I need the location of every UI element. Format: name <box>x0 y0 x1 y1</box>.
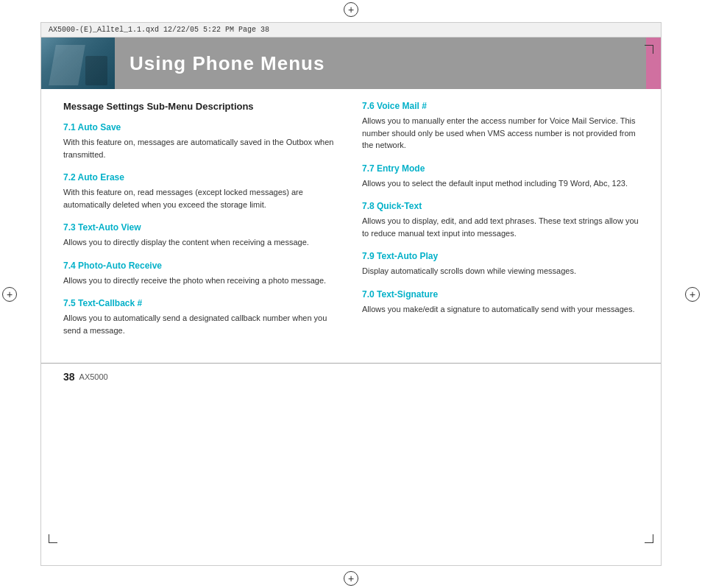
footer-page-number: 38 <box>63 371 75 383</box>
menu-section-body-7-4: Allows you to directly receive the photo… <box>63 274 340 287</box>
main-title: Message Settings Sub-Menu Descriptions <box>63 101 340 112</box>
header-title-bar: Using Phone Menus <box>115 38 646 89</box>
menu-section-title-7-5: 7.5 Text-Callback # <box>63 298 340 308</box>
menu-section-7-4: 7.4 Photo-Auto ReceiveAllows you to dire… <box>63 261 340 287</box>
reg-mark-right <box>685 287 700 302</box>
reg-mark-top <box>344 2 358 17</box>
menu-section-title-7-3: 7.3 Text-Auto View <box>63 222 340 233</box>
right-col-items: 7.6 Voice Mail #Allows you to manually e… <box>362 101 639 315</box>
footer: 38 AX5000 <box>41 363 661 390</box>
menu-section-title-7-2: 7.2 Auto Erase <box>63 172 340 183</box>
menu-section-body-7-9: Display automatically scrolls down while… <box>362 265 639 277</box>
menu-section-body-7-8: Allows you to display, edit, and add tex… <box>362 215 639 239</box>
reg-mark-left <box>2 287 17 302</box>
header-title: Using Phone Menus <box>130 52 325 75</box>
right-column: 7.6 Voice Mail #Allows you to manually e… <box>362 101 639 348</box>
corner-mark-top-right <box>645 45 653 54</box>
menu-section-body-7-5: Allows you to automatically send a desig… <box>63 312 340 336</box>
menu-section-7-5: 7.5 Text-Callback #Allows you to automat… <box>63 298 340 336</box>
menu-section-7-7: 7.7 Entry ModeAllows you to select the d… <box>362 163 639 190</box>
page-header-bar: AX5000-(E)_Alltel_1.1.qxd 12/22/05 5:22 … <box>41 23 661 38</box>
content-area: Message Settings Sub-Menu Descriptions 7… <box>41 89 661 363</box>
menu-section-body-7-2: With this feature on, read messages (exc… <box>63 186 340 210</box>
menu-section-7-1: 7.1 Auto SaveWith this feature on, messa… <box>63 122 340 160</box>
menu-section-title-7-4: 7.4 Photo-Auto Receive <box>63 261 340 271</box>
menu-section-title-7-7: 7.7 Entry Mode <box>362 163 639 174</box>
header-section: Using Phone Menus <box>41 38 661 89</box>
menu-section-7-0: 7.0 Text-SignatureAllows you make/edit a… <box>362 289 639 316</box>
menu-section-title-7-6: 7.6 Voice Mail # <box>362 101 639 111</box>
menu-section-7-2: 7.2 Auto EraseWith this feature on, read… <box>63 172 340 210</box>
left-col-items: 7.1 Auto SaveWith this feature on, messa… <box>63 122 340 336</box>
menu-section-body-7-1: With this feature on, messages are autom… <box>63 136 340 160</box>
menu-section-body-7-3: Allows you to directly display the conte… <box>63 236 340 249</box>
menu-section-title-7-9: 7.9 Text-Auto Play <box>362 251 639 261</box>
inner-page: AX5000-(E)_Alltel_1.1.qxd 12/22/05 5:22 … <box>40 22 662 566</box>
page-wrapper: AX5000-(E)_Alltel_1.1.qxd 12/22/05 5:22 … <box>0 0 702 588</box>
menu-section-7-8: 7.8 Quick-TextAllows you to display, edi… <box>362 201 639 239</box>
menu-section-7-3: 7.3 Text-Auto ViewAllows you to directly… <box>63 222 340 249</box>
menu-section-7-9: 7.9 Text-Auto PlayDisplay automatically … <box>362 251 639 277</box>
corner-mark-bottom-left <box>49 534 57 543</box>
menu-section-body-7-6: Allows you to manually enter the access … <box>362 115 639 152</box>
menu-section-body-7-7: Allows you to select the default input m… <box>362 177 639 190</box>
corner-mark-bottom-right <box>645 534 653 543</box>
left-column: Message Settings Sub-Menu Descriptions 7… <box>63 101 340 348</box>
menu-section-title-7-0: 7.0 Text-Signature <box>362 289 639 300</box>
footer-model: AX5000 <box>79 372 108 381</box>
reg-mark-bottom <box>344 571 358 586</box>
menu-section-7-6: 7.6 Voice Mail #Allows you to manually e… <box>362 101 639 152</box>
menu-section-title-7-1: 7.1 Auto Save <box>63 122 340 132</box>
menu-section-title-7-8: 7.8 Quick-Text <box>362 201 639 211</box>
menu-section-body-7-0: Allows you make/edit a signature to auto… <box>362 303 639 316</box>
header-bar-text: AX5000-(E)_Alltel_1.1.qxd 12/22/05 5:22 … <box>49 26 269 34</box>
header-image <box>41 38 115 89</box>
